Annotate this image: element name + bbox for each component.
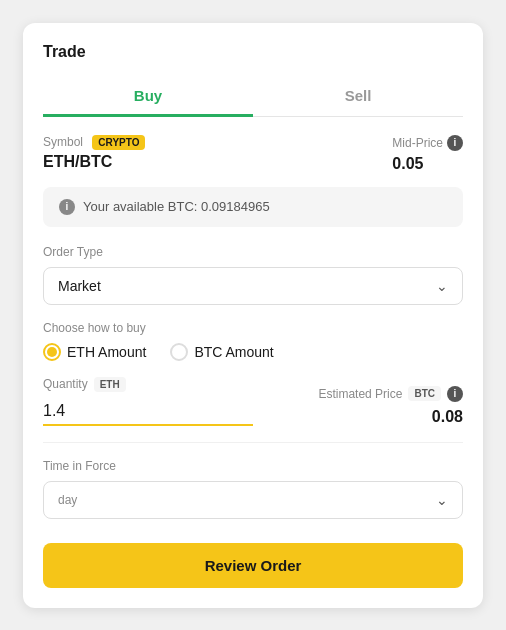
radio-eth-label: ETH Amount: [67, 344, 146, 360]
crypto-badge: CRYPTO: [92, 135, 145, 150]
time-in-force-label: Time in Force: [43, 459, 463, 473]
radio-btc-amount[interactable]: BTC Amount: [170, 343, 273, 361]
order-type-label: Order Type: [43, 245, 463, 259]
quantity-row: Quantity ETH Estimated Price BTC i 0.08: [43, 377, 463, 426]
symbol-label: Symbol CRYPTO: [43, 135, 145, 149]
review-order-button[interactable]: Review Order: [43, 543, 463, 588]
available-text: Your available BTC: 0.09184965: [83, 199, 270, 214]
radio-btc-label: BTC Amount: [194, 344, 273, 360]
quantity-token-badge: ETH: [94, 377, 126, 392]
mid-price-value: 0.05: [392, 155, 463, 173]
order-type-dropdown[interactable]: Market ⌄: [43, 267, 463, 305]
symbol-row: Symbol CRYPTO ETH/BTC Mid-Price i 0.05: [43, 135, 463, 173]
radio-circle-eth: [43, 343, 61, 361]
quantity-section: Quantity ETH: [43, 377, 253, 426]
estimated-price-info-icon[interactable]: i: [447, 386, 463, 402]
mid-price-label: Mid-Price i: [392, 135, 463, 151]
symbol-value: ETH/BTC: [43, 153, 145, 171]
est-label-row: Estimated Price BTC i: [253, 386, 463, 402]
quantity-label: Quantity: [43, 377, 88, 391]
quantity-label-row: Quantity ETH: [43, 377, 253, 392]
available-info-icon: i: [59, 199, 75, 215]
estimated-price-value: 0.08: [253, 408, 463, 426]
estimated-price-section: Estimated Price BTC i 0.08: [253, 386, 463, 426]
time-in-force-chevron-icon: ⌄: [436, 492, 448, 508]
estimated-price-badge: BTC: [408, 386, 441, 401]
order-type-value: Market: [58, 278, 101, 294]
tabs: Buy Sell: [43, 77, 463, 117]
radio-eth-amount[interactable]: ETH Amount: [43, 343, 146, 361]
estimated-price-label: Estimated Price: [318, 387, 402, 401]
time-in-force-value: day: [58, 493, 77, 507]
chevron-down-icon: ⌄: [436, 278, 448, 294]
trade-card: Trade Buy Sell Symbol CRYPTO ETH/BTC Mid…: [23, 23, 483, 608]
time-in-force-dropdown[interactable]: day ⌄: [43, 481, 463, 519]
tab-buy[interactable]: Buy: [43, 77, 253, 117]
tab-sell[interactable]: Sell: [253, 77, 463, 117]
card-title: Trade: [43, 43, 463, 61]
symbol-section: Symbol CRYPTO ETH/BTC: [43, 135, 145, 171]
divider: [43, 442, 463, 443]
radio-group: ETH Amount BTC Amount: [43, 343, 463, 361]
mid-price-info-icon[interactable]: i: [447, 135, 463, 151]
available-banner: i Your available BTC: 0.09184965: [43, 187, 463, 227]
quantity-input[interactable]: [43, 398, 253, 426]
choose-how-label: Choose how to buy: [43, 321, 463, 335]
radio-circle-btc: [170, 343, 188, 361]
mid-price-section: Mid-Price i 0.05: [392, 135, 463, 173]
